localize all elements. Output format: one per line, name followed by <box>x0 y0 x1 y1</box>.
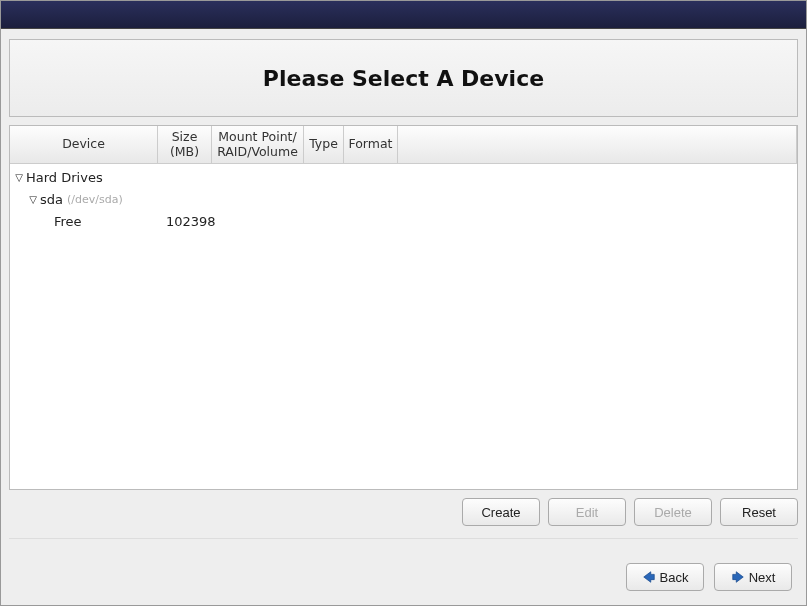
next-button[interactable]: Next <box>714 563 792 591</box>
tree-label-disk-name: sda <box>40 192 63 207</box>
arrow-left-icon <box>642 570 656 584</box>
expander-icon[interactable]: ▽ <box>14 172 24 183</box>
partition-action-row: Create Edit Delete Reset <box>9 498 798 539</box>
window-titlebar <box>1 1 806 29</box>
tree-row-disk-sda[interactable]: ▽ sda (/dev/sda) <box>10 188 797 210</box>
arrow-right-icon <box>731 570 745 584</box>
column-header-size[interactable]: Size (MB) <box>158 126 212 163</box>
tree-label-disk-path: (/dev/sda) <box>67 193 123 206</box>
create-button[interactable]: Create <box>462 498 540 526</box>
column-header-format[interactable]: Format <box>344 126 398 163</box>
delete-button[interactable]: Delete <box>634 498 712 526</box>
column-header-device[interactable]: Device <box>10 126 158 163</box>
column-header-type[interactable]: Type <box>304 126 344 163</box>
back-button-label: Back <box>660 570 689 585</box>
installer-window: Please Select A Device Device Size (MB) … <box>0 0 807 606</box>
page-title: Please Select A Device <box>263 66 544 91</box>
tree-row-free-space[interactable]: Free 102398 <box>10 210 797 232</box>
back-button[interactable]: Back <box>626 563 704 591</box>
device-tree-panel: Device Size (MB) Mount Point/ RAID/Volum… <box>9 125 798 490</box>
page-header-panel: Please Select A Device <box>9 39 798 117</box>
wizard-nav-row: Back Next <box>626 563 792 591</box>
edit-button[interactable]: Edit <box>548 498 626 526</box>
reset-button[interactable]: Reset <box>720 498 798 526</box>
svg-marker-0 <box>643 572 654 583</box>
expander-icon[interactable]: ▽ <box>28 194 38 205</box>
device-tree-body: ▽ Hard Drives ▽ sda (/dev/sda) Free 1023… <box>10 164 797 234</box>
column-header-spacer <box>398 126 797 163</box>
next-button-label: Next <box>749 570 776 585</box>
tree-label-hard-drives: Hard Drives <box>26 170 103 185</box>
tree-row-hard-drives[interactable]: ▽ Hard Drives <box>10 166 797 188</box>
tree-value-free-size: 102398 <box>162 214 216 229</box>
column-header-mount[interactable]: Mount Point/ RAID/Volume <box>212 126 304 163</box>
svg-marker-1 <box>732 572 743 583</box>
tree-label-free: Free <box>54 214 82 229</box>
column-headers: Device Size (MB) Mount Point/ RAID/Volum… <box>10 126 797 164</box>
